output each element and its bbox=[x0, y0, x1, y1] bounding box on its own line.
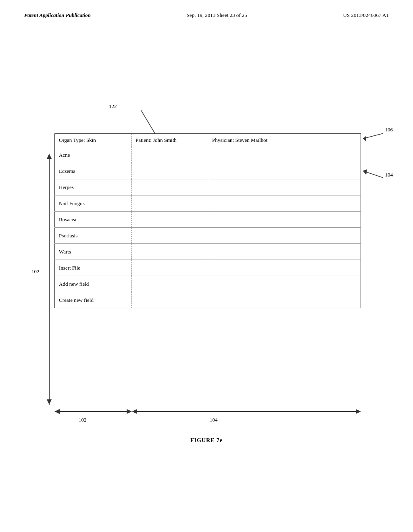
cell-empty bbox=[208, 244, 361, 260]
col-header-physician: Physician: Steven Mailhot bbox=[208, 134, 361, 147]
col-header-patient: Patient: John Smith bbox=[131, 134, 208, 147]
svg-marker-13 bbox=[356, 409, 361, 414]
svg-line-4 bbox=[363, 171, 383, 178]
cell-empty bbox=[131, 244, 208, 260]
main-table: Organ Type: Skin Patient: John Smith Phy… bbox=[54, 133, 361, 308]
page-header: Patent Application Publication Sep. 19, … bbox=[0, 0, 413, 19]
svg-line-2 bbox=[363, 133, 383, 139]
table-row: Eczema bbox=[55, 163, 361, 179]
cell-empty bbox=[208, 179, 361, 195]
table-row: Insert File bbox=[55, 260, 361, 276]
cell-empty bbox=[131, 195, 208, 212]
cell-empty bbox=[208, 260, 361, 276]
cell-empty bbox=[131, 228, 208, 244]
cell-empty bbox=[208, 163, 361, 179]
cell-eczema: Eczema bbox=[55, 163, 131, 179]
figure-caption: FIGURE 7e bbox=[190, 437, 223, 444]
bottom-label-102: 102 bbox=[79, 417, 87, 423]
cell-empty bbox=[131, 276, 208, 292]
table-row: Psoriasis bbox=[55, 228, 361, 244]
table-row: Warts bbox=[55, 244, 361, 260]
label-106: 106 bbox=[385, 127, 393, 133]
svg-marker-9 bbox=[54, 409, 60, 414]
cell-empty bbox=[208, 228, 361, 244]
table-row: Add new field bbox=[55, 276, 361, 292]
svg-marker-12 bbox=[132, 409, 137, 414]
table-row: Herpes bbox=[55, 179, 361, 195]
svg-marker-6 bbox=[47, 154, 52, 159]
cell-empty bbox=[131, 212, 208, 228]
table-row: Nail Fungus bbox=[55, 195, 361, 212]
cell-rosacea: Rosacea bbox=[55, 212, 131, 228]
table-header-row: Organ Type: Skin Patient: John Smith Phy… bbox=[55, 134, 361, 147]
cell-create-new-field: Create new field bbox=[55, 292, 131, 308]
cell-acne: Acne bbox=[55, 147, 131, 163]
cell-warts: Warts bbox=[55, 244, 131, 260]
cell-empty bbox=[208, 195, 361, 212]
cell-psoriasis: Psoriasis bbox=[55, 228, 131, 244]
table-row: Acne bbox=[55, 147, 361, 163]
cell-empty bbox=[131, 147, 208, 163]
svg-marker-3 bbox=[363, 136, 366, 141]
bottom-label-104: 104 bbox=[210, 417, 218, 423]
table-row: Rosacea bbox=[55, 212, 361, 228]
svg-marker-5 bbox=[363, 169, 367, 175]
cell-empty bbox=[208, 276, 361, 292]
cell-insert-file: Insert File bbox=[55, 260, 131, 276]
main-content: 122 106 104 102 Organ Type: Skin Patient… bbox=[0, 19, 413, 518]
table-row: Create new field bbox=[55, 292, 361, 308]
svg-marker-10 bbox=[127, 409, 132, 414]
grid-container: Organ Type: Skin Patient: John Smith Phy… bbox=[54, 133, 361, 308]
cell-empty bbox=[131, 260, 208, 276]
cell-nail-fungus: Nail Fungus bbox=[55, 195, 131, 212]
cell-add-new-field: Add new field bbox=[55, 276, 131, 292]
label-122: 122 bbox=[109, 103, 117, 110]
header-left: Patent Application Publication bbox=[24, 12, 91, 19]
cell-empty bbox=[208, 212, 361, 228]
cell-empty bbox=[208, 147, 361, 163]
cell-herpes: Herpes bbox=[55, 179, 131, 195]
cell-empty bbox=[131, 179, 208, 195]
col-header-organ: Organ Type: Skin bbox=[55, 134, 131, 147]
header-center: Sep. 19, 2013 Sheet 23 of 25 bbox=[187, 12, 247, 19]
cell-empty bbox=[131, 292, 208, 308]
label-104-right: 104 bbox=[385, 172, 393, 178]
cell-empty bbox=[208, 292, 361, 308]
label-102-left: 102 bbox=[31, 268, 40, 275]
header-right: US 2013/0246067 A1 bbox=[343, 12, 389, 19]
svg-marker-8 bbox=[47, 399, 52, 405]
cell-empty bbox=[131, 163, 208, 179]
